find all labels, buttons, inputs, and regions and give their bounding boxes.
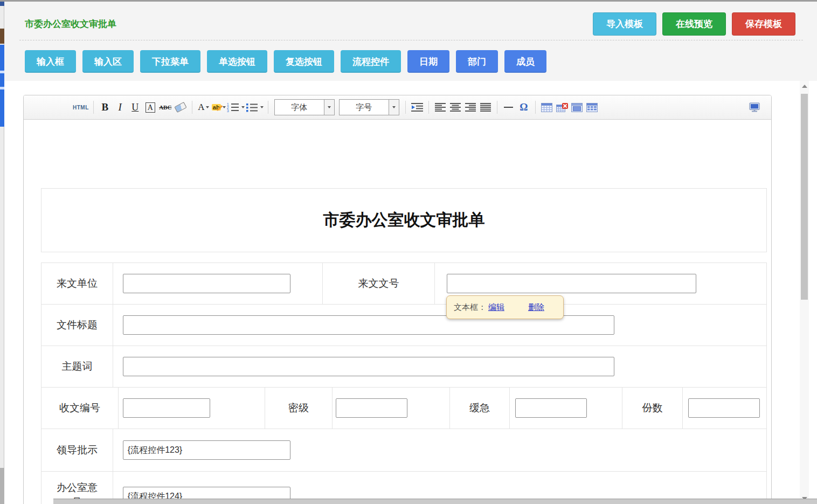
toolbar-separator: [192, 101, 192, 114]
align-center-icon: [450, 103, 461, 112]
italic-button[interactable]: I: [113, 100, 127, 115]
taskbar-edge: [53, 499, 817, 504]
edit-link[interactable]: 编辑: [488, 302, 504, 313]
chevron-down-icon: [206, 106, 209, 108]
delete-link[interactable]: 删除: [528, 302, 544, 313]
richtext-editor: HTML B I U A ABC A ab 1 2 3: [23, 95, 772, 504]
horizontal-rule-icon: [504, 107, 513, 108]
table-properties-icon: [571, 103, 583, 112]
strip-segment: [0, 29, 4, 44]
editor-content[interactable]: 市委办公室收文审批单 来文单位 来文文号 文件标题: [24, 120, 771, 504]
table-row: 收文编号 密级 缓急 份数: [41, 387, 766, 429]
chevron-down-icon: [260, 106, 264, 108]
input-box-button[interactable]: 输入框: [25, 50, 76, 73]
tooltip-label: 文本框：: [454, 302, 486, 313]
underline-button[interactable]: U: [128, 100, 142, 115]
indent-button[interactable]: [410, 100, 424, 115]
background-window-strip: [0, 2, 4, 504]
font-color-button[interactable]: A: [197, 100, 211, 115]
delete-table-button[interactable]: [555, 100, 569, 115]
align-right-button[interactable]: [463, 100, 477, 115]
justify-icon: [480, 103, 491, 112]
label-leader-comment: 领导批示: [41, 429, 113, 471]
justify-button[interactable]: [479, 100, 493, 115]
eraser-icon: [174, 102, 186, 113]
dashed-divider: [19, 40, 803, 40]
input-urgency[interactable]: [515, 398, 587, 418]
table-row: 主题词: [41, 346, 766, 387]
fullscreen-button[interactable]: [747, 100, 761, 115]
cell-doc-title: [113, 305, 766, 346]
input-source-unit[interactable]: [123, 274, 290, 293]
scroll-up-button[interactable]: [800, 82, 809, 91]
boxed-letter-icon: A: [146, 102, 155, 113]
save-template-button[interactable]: 保存模板: [732, 12, 795, 36]
checkbox-widget-button[interactable]: 复选按钮: [274, 50, 334, 73]
scroll-thumb[interactable]: [801, 94, 808, 300]
label-secrecy: 密级: [265, 388, 332, 429]
header: 市委办公室收文审批单 导入模板 在线预览 保存模板 输入框 输入区 下拉菜单 单…: [4, 2, 817, 81]
eraser-button[interactable]: [174, 100, 188, 115]
special-character-button[interactable]: Ω: [517, 100, 531, 115]
dropdown-menu-button[interactable]: 下拉菜单: [140, 50, 200, 73]
chevron-down-icon: [223, 106, 226, 108]
font-family-value: 字体: [275, 100, 324, 115]
widget-tooltip: 文本框： 编辑 删除: [446, 295, 564, 319]
label-source-no: 来文文号: [322, 263, 434, 304]
ordered-list-button[interactable]: 1 2 3: [227, 100, 245, 115]
insert-table-icon: [541, 103, 552, 112]
boxed-letter-button[interactable]: A: [143, 100, 157, 115]
vertical-scrollbar[interactable]: [800, 81, 809, 504]
font-family-caret[interactable]: [324, 100, 334, 115]
font-size-select[interactable]: 字号: [339, 99, 399, 115]
cell-properties-button[interactable]: [585, 100, 599, 115]
member-widget-button[interactable]: 成员: [504, 50, 546, 73]
date-widget-button[interactable]: 日期: [407, 50, 449, 73]
highlight-button[interactable]: ab: [212, 100, 226, 115]
label-source-unit: 来文单位: [41, 263, 113, 304]
toolbar-separator: [268, 101, 268, 114]
bold-button[interactable]: B: [98, 100, 112, 115]
table-properties-button[interactable]: [570, 100, 584, 115]
cell-leader-comment: [113, 429, 766, 471]
font-size-caret[interactable]: [389, 100, 399, 115]
font-family-select[interactable]: 字体: [274, 99, 335, 115]
input-copies[interactable]: [688, 398, 760, 418]
strip-segment: [0, 468, 4, 504]
strikethrough-button[interactable]: ABC: [158, 100, 172, 115]
align-right-icon: [465, 103, 476, 112]
online-preview-button[interactable]: 在线预览: [662, 12, 726, 36]
page-title: 市委办公室收文审批单: [25, 18, 116, 30]
insert-table-button[interactable]: [540, 100, 554, 115]
toolbar-separator: [405, 101, 406, 114]
html-source-button[interactable]: HTML: [73, 100, 89, 115]
input-leader-comment[interactable]: [123, 440, 290, 460]
input-subject[interactable]: [123, 357, 614, 376]
table-row: 来文单位 来文文号: [41, 263, 766, 304]
svg-text:3: 3: [227, 109, 229, 112]
cell-copies: [682, 388, 766, 429]
triangle-up-icon: [802, 85, 807, 88]
chevron-down-icon: [328, 106, 331, 108]
header-actions: 导入模板 在线预览 保存模板: [593, 12, 795, 36]
align-center-button[interactable]: [448, 100, 462, 115]
form-table: 来文单位 来文文号 文件标题 主题词: [41, 263, 767, 504]
cell-secrecy: [332, 388, 449, 429]
toolbar-separator: [93, 101, 94, 114]
align-left-icon: [435, 103, 446, 112]
strip-segment: [0, 45, 4, 127]
input-area-button[interactable]: 输入区: [82, 50, 134, 73]
flow-control-button[interactable]: 流程控件: [341, 50, 401, 73]
widget-button-row: 输入框 输入区 下拉菜单 单选按钮 复选按钮 流程控件 日期 部门 成员: [25, 50, 546, 73]
align-left-button[interactable]: [433, 100, 447, 115]
input-source-no[interactable]: [447, 274, 696, 293]
input-receipt-no[interactable]: [123, 398, 210, 418]
cell-source-unit: [113, 263, 322, 304]
unordered-list-button[interactable]: [246, 100, 264, 115]
department-widget-button[interactable]: 部门: [456, 50, 498, 73]
import-template-button[interactable]: 导入模板: [593, 12, 656, 36]
indent-icon: [411, 103, 423, 112]
input-secrecy[interactable]: [336, 398, 407, 418]
radio-button-widget-button[interactable]: 单选按钮: [207, 50, 267, 73]
horizontal-rule-button[interactable]: [502, 100, 516, 115]
